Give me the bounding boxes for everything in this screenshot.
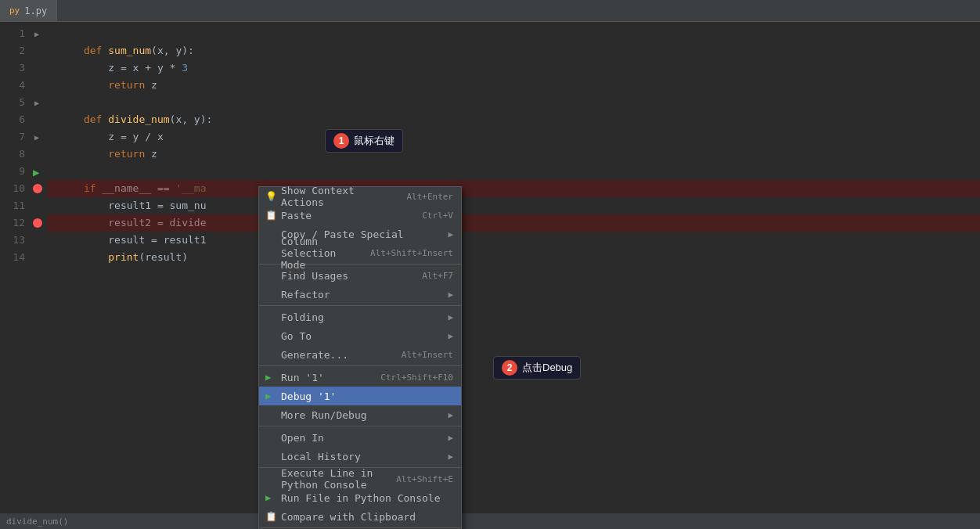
shortcut: Alt+Insert bbox=[402, 350, 453, 360]
menu-item-go-to[interactable]: Go To ▶ bbox=[259, 326, 461, 345]
tooltip-2-text: 点击Debug bbox=[522, 361, 572, 375]
menu-item-compare-clipboard[interactable]: 📋 Compare with Clipboard bbox=[259, 507, 461, 526]
menu-label: Refactor bbox=[281, 289, 330, 300]
line-numbers: 1 2 3 4 5 6 7 8 9 10 11 12 13 14 bbox=[0, 22, 31, 513]
menu-item-more-run[interactable]: More Run/Debug ▶ bbox=[259, 405, 461, 424]
paste-icon: 📋 bbox=[265, 210, 277, 221]
code-editor: 1 2 3 4 5 6 7 8 9 10 11 12 13 14 ▶ ▶ ▶ ▶ bbox=[0, 22, 980, 513]
menu-item-show-context-actions[interactable]: 💡 Show Context Actions Alt+Enter bbox=[259, 187, 461, 206]
tab-bar: py 1.py bbox=[0, 0, 980, 22]
menu-item-local-history[interactable]: Local History ▶ bbox=[259, 447, 461, 466]
tooltip-2: 2 点击Debug bbox=[493, 356, 581, 380]
python-file-icon: py bbox=[9, 5, 20, 16]
menu-label: Open In bbox=[281, 432, 324, 444]
code-line-4 bbox=[47, 77, 980, 94]
run-file-icon: ▶ bbox=[265, 492, 271, 503]
submenu-arrow: ▶ bbox=[448, 452, 453, 462]
shortcut: Alt+Shift+Insert bbox=[370, 248, 453, 258]
submenu-arrow: ▶ bbox=[448, 290, 453, 300]
menu-item-run[interactable]: ▶ Run '1' Ctrl+Shift+F10 bbox=[259, 368, 461, 387]
tooltip-1-text: 鼠标右键 bbox=[354, 134, 395, 148]
menu-item-generate[interactable]: Generate... Alt+Insert bbox=[259, 345, 461, 364]
menu-item-column-selection[interactable]: Column Selection Mode Alt+Shift+Insert bbox=[259, 243, 461, 262]
menu-label: Paste bbox=[281, 210, 312, 221]
code-line-14 bbox=[47, 249, 980, 266]
separator-6 bbox=[259, 527, 461, 528]
separator-4 bbox=[259, 426, 461, 426]
menu-label: Column Selection Mode bbox=[281, 236, 362, 271]
separator-2 bbox=[259, 305, 461, 306]
code-line-13: print(result) bbox=[47, 232, 980, 249]
menu-item-debug[interactable]: ▶ Debug '1' bbox=[259, 387, 461, 405]
code-line-1: def sum_num(x, y): bbox=[47, 25, 980, 42]
tooltip-1: 1 鼠标右键 bbox=[325, 129, 403, 153]
shortcut: Alt+Enter bbox=[406, 192, 453, 202]
menu-label: Generate... bbox=[281, 349, 348, 361]
shortcut: Alt+F7 bbox=[422, 271, 453, 281]
tab-label: 1.py bbox=[24, 5, 47, 16]
code-line-9: if __name__ == '__ma bbox=[47, 163, 980, 180]
menu-item-run-file-console[interactable]: ▶ Run File in Python Console bbox=[259, 488, 461, 507]
menu-label: Run File in Python Console bbox=[281, 492, 441, 504]
code-line-2: z = x + y * 3 bbox=[47, 42, 980, 59]
menu-item-execute-line[interactable]: Execute Line in Python Console Alt+Shift… bbox=[259, 470, 461, 488]
menu-label: Execute Line in Python Console bbox=[281, 467, 388, 491]
menu-item-open-in[interactable]: Open In ▶ bbox=[259, 428, 461, 447]
code-line-12: result = result1 bbox=[47, 214, 980, 232]
code-line-5: def divide_num(x, y): bbox=[47, 94, 980, 111]
menu-item-paste[interactable]: 📋 Paste Ctrl+V bbox=[259, 206, 461, 225]
code-line-7: return z bbox=[47, 128, 980, 146]
submenu-arrow: ▶ bbox=[448, 410, 453, 420]
code-area: def sum_num(x, y): z = x + y * 3 return … bbox=[47, 22, 980, 513]
file-tab[interactable]: py 1.py bbox=[0, 0, 57, 21]
menu-item-find-usages[interactable]: Find Usages Alt+F7 bbox=[259, 266, 461, 285]
menu-label: Folding bbox=[281, 311, 324, 323]
menu-label: More Run/Debug bbox=[281, 409, 367, 421]
compare-icon: 📋 bbox=[265, 511, 277, 522]
submenu-arrow: ▶ bbox=[448, 312, 453, 322]
shortcut: Ctrl+Shift+F10 bbox=[380, 372, 453, 383]
submenu-arrow: ▶ bbox=[448, 331, 453, 341]
menu-label: Compare with Clipboard bbox=[281, 511, 416, 523]
menu-item-refactor[interactable]: Refactor ▶ bbox=[259, 285, 461, 304]
menu-label: Show Context Actions bbox=[281, 185, 398, 208]
gutter: ▶ ▶ ▶ ▶ bbox=[31, 22, 47, 513]
shortcut: Alt+Shift+E bbox=[396, 474, 453, 484]
menu-item-folding[interactable]: Folding ▶ bbox=[259, 308, 461, 326]
bulb-icon: 💡 bbox=[265, 191, 277, 202]
code-line-3: return z bbox=[47, 59, 980, 77]
menu-label: Find Usages bbox=[281, 270, 348, 282]
separator-3 bbox=[259, 365, 461, 366]
submenu-arrow: ▶ bbox=[448, 229, 453, 239]
context-menu: 💡 Show Context Actions Alt+Enter 📋 Paste… bbox=[258, 186, 462, 529]
menu-label: Run '1' bbox=[281, 372, 324, 383]
tooltip-2-number: 2 bbox=[502, 360, 517, 376]
code-line-8 bbox=[47, 146, 980, 163]
status-bar: divide_num() bbox=[0, 513, 980, 529]
code-line-11: result2 = divide bbox=[47, 197, 980, 214]
code-line-6: z = y / x bbox=[47, 111, 980, 128]
menu-label: Go To bbox=[281, 330, 312, 342]
tooltip-1-number: 1 bbox=[333, 133, 349, 149]
shortcut: Ctrl+V bbox=[422, 211, 453, 221]
menu-label: Local History bbox=[281, 451, 361, 462]
menu-label: Debug '1' bbox=[281, 390, 336, 402]
run-icon: ▶ bbox=[265, 372, 271, 383]
status-text: divide_num() bbox=[6, 516, 68, 527]
debug-icon: ▶ bbox=[265, 390, 271, 401]
submenu-arrow: ▶ bbox=[448, 433, 453, 443]
code-line-10: result1 = sum_nu bbox=[47, 180, 980, 197]
